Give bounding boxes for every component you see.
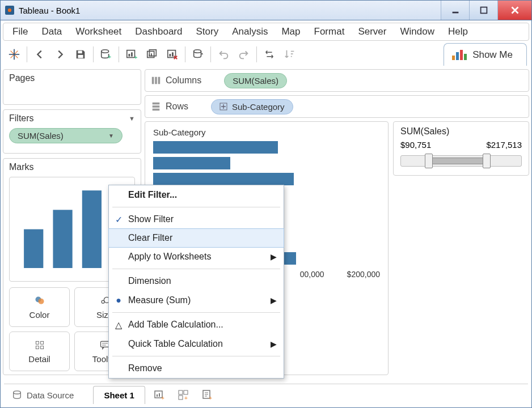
svg-rect-40 xyxy=(159,393,160,397)
new-dashboard-tab-button[interactable]: + xyxy=(174,386,193,404)
rows-pill-subcategory[interactable]: Sub-Category xyxy=(211,99,293,114)
menu-dashboard[interactable]: Dashboard xyxy=(128,24,189,40)
svg-rect-34 xyxy=(153,105,160,108)
menu-bar: File Data Worksheet Dashboard Story Anal… xyxy=(3,23,529,41)
show-me-icon xyxy=(452,50,467,60)
ctx-measure[interactable]: ●Measure (Sum)▶ xyxy=(109,291,284,310)
columns-shelf[interactable]: Columns SUM(Sales) xyxy=(145,69,529,92)
slider-track xyxy=(428,158,485,164)
rows-shelf[interactable]: Rows Sub-Category xyxy=(145,95,529,118)
show-me-label: Show Me xyxy=(472,49,513,61)
legend-max: $217,513 xyxy=(486,140,522,150)
tableau-app-icon xyxy=(5,6,14,15)
ctx-apply-worksheets[interactable]: Apply to Worksheets▶ xyxy=(109,247,284,266)
toolbar: + + Show Me xyxy=(3,43,529,66)
clear-sheet-button[interactable] xyxy=(163,45,181,63)
svg-point-37 xyxy=(14,391,21,394)
slider-thumb-right[interactable] xyxy=(483,154,491,168)
submenu-arrow-icon: ▶ xyxy=(271,252,277,261)
pages-shelf[interactable]: Pages xyxy=(3,69,141,105)
undo-button[interactable] xyxy=(214,45,233,63)
detail-icon xyxy=(34,339,45,351)
sheet-tab-1[interactable]: Sheet 1 xyxy=(93,386,145,404)
menu-window[interactable]: Window xyxy=(393,24,441,40)
ctx-remove[interactable]: Remove xyxy=(109,359,284,378)
data-source-tab[interactable]: Data Source xyxy=(4,386,82,404)
redo-button[interactable] xyxy=(235,45,253,63)
svg-rect-25 xyxy=(36,341,39,344)
filter-pill-sum-sales[interactable]: SUM(Sales) ▼ xyxy=(9,128,123,143)
minimize-button[interactable] xyxy=(441,1,469,20)
color-legend[interactable]: SUM(Sales) $90,751 $217,513 xyxy=(393,121,529,176)
svg-rect-44 xyxy=(179,396,183,400)
datasource-icon xyxy=(12,390,22,400)
new-story-tab-button[interactable]: + xyxy=(197,386,217,404)
ctx-quick-table-calc[interactable]: Quick Table Calculation▶ xyxy=(109,334,284,354)
ctx-edit-filter[interactable]: Edit Filter... xyxy=(109,185,284,205)
sort-button[interactable] xyxy=(281,45,299,63)
menu-file[interactable]: File xyxy=(6,24,35,40)
ctx-clear-filter[interactable]: Clear Filter xyxy=(108,228,284,248)
svg-rect-43 xyxy=(184,390,188,394)
svg-rect-20 xyxy=(82,190,102,268)
svg-text:+: + xyxy=(108,53,111,60)
marks-title: Marks xyxy=(9,162,34,172)
filters-shelf[interactable]: Filters▼ SUM(Sales) ▼ xyxy=(3,109,141,154)
filter-pill-label: SUM(Sales) xyxy=(18,131,64,141)
close-button[interactable] xyxy=(497,1,531,20)
svg-text:+: + xyxy=(209,395,212,401)
menu-data[interactable]: Data xyxy=(35,24,69,40)
duplicate-sheet-button[interactable] xyxy=(143,45,161,63)
svg-rect-1 xyxy=(480,7,487,14)
ctx-add-table-calc[interactable]: △Add Table Calculation... xyxy=(109,315,284,334)
menu-server[interactable]: Server xyxy=(351,24,393,40)
new-datasource-button[interactable]: + xyxy=(97,45,115,63)
svg-rect-28 xyxy=(40,346,43,348)
show-me-button[interactable]: Show Me xyxy=(444,43,527,66)
menu-map[interactable]: Map xyxy=(275,24,307,40)
forward-button[interactable] xyxy=(51,45,69,63)
save-button[interactable] xyxy=(71,45,90,63)
tableau-logo-icon[interactable] xyxy=(5,45,23,63)
check-icon: ✓ xyxy=(113,214,124,225)
swap-button[interactable] xyxy=(260,45,278,63)
slider-thumb-left[interactable] xyxy=(425,154,433,168)
filters-dropdown-icon[interactable]: ▼ xyxy=(129,115,135,122)
svg-rect-6 xyxy=(127,50,135,58)
new-worksheet-button[interactable]: + xyxy=(123,45,141,63)
menu-story[interactable]: Story xyxy=(189,24,225,40)
svg-rect-0 xyxy=(452,12,458,14)
bar-icon xyxy=(14,181,111,278)
auto-update-button[interactable] xyxy=(189,45,207,63)
menu-help[interactable]: Help xyxy=(441,24,475,40)
svg-rect-11 xyxy=(149,50,156,56)
submenu-arrow-icon: ▶ xyxy=(271,339,277,348)
columns-pill-sum-sales[interactable]: SUM(Sales) xyxy=(224,73,287,88)
menu-analysis[interactable]: Analysis xyxy=(225,24,275,40)
back-button[interactable] xyxy=(31,45,49,63)
ctx-dimension[interactable]: Dimension xyxy=(109,271,284,291)
filter-pill-dropdown-icon[interactable]: ▼ xyxy=(108,133,114,139)
svg-rect-26 xyxy=(40,341,43,344)
legend-title: SUM(Sales) xyxy=(400,126,522,137)
plus-icon xyxy=(219,103,227,110)
sheet-tab-bar: Data Source Sheet 1 + + + xyxy=(4,384,528,404)
menu-worksheet[interactable]: Worksheet xyxy=(69,24,128,40)
window-buttons xyxy=(441,1,531,20)
viz-header: Sub-Category xyxy=(153,128,380,137)
ctx-show-filter[interactable]: ✓Show Filter xyxy=(109,210,284,229)
pages-title: Pages xyxy=(9,73,35,83)
svg-rect-15 xyxy=(170,54,171,57)
data-source-label: Data Source xyxy=(27,390,74,400)
svg-rect-27 xyxy=(36,346,39,348)
marks-detail-button[interactable]: Detail xyxy=(9,332,70,371)
submenu-arrow-icon: ▶ xyxy=(271,296,277,305)
svg-rect-12 xyxy=(149,54,150,57)
legend-slider[interactable] xyxy=(400,155,522,167)
menu-format[interactable]: Format xyxy=(307,24,352,40)
maximize-button[interactable] xyxy=(469,1,497,20)
svg-rect-35 xyxy=(153,109,160,111)
new-worksheet-tab-button[interactable]: + xyxy=(150,386,169,404)
svg-rect-18 xyxy=(24,229,43,267)
marks-color-button[interactable]: Color xyxy=(9,287,70,327)
